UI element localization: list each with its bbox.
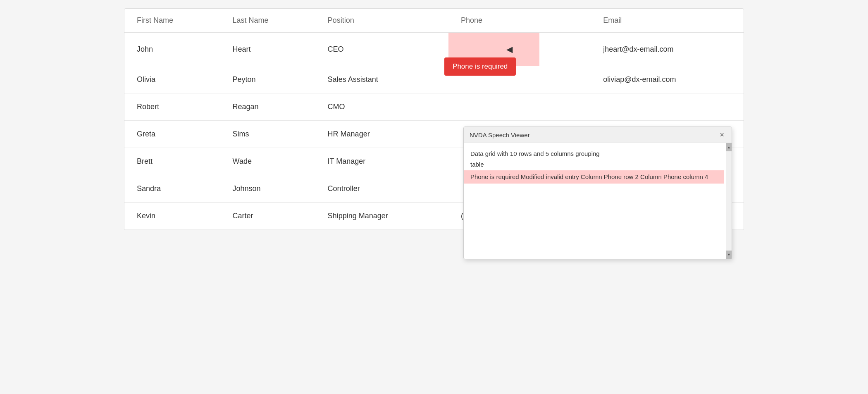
cell-email: jheart@dx-email.com [591, 33, 744, 66]
cell-firstname: Greta [124, 121, 220, 148]
cell-firstname: Sandra [124, 175, 220, 203]
cell-position: CEO [315, 33, 448, 66]
cell-firstname: John [124, 33, 220, 66]
cell-phone [448, 93, 591, 121]
table-header-row: First Name Last Name Position Phone Emai… [124, 9, 744, 33]
cell-firstname: Brett [124, 148, 220, 175]
cell-firstname: Robert [124, 93, 220, 121]
phone-cell-error: ◀ Phone is required [448, 33, 591, 66]
nvda-speech-viewer: NVDA Speech Viewer × Data grid with 10 r… [463, 127, 732, 259]
nvda-close-button[interactable]: × [718, 131, 726, 138]
cell-position: CMO [315, 93, 448, 121]
cell-lastname: Peyton [220, 66, 315, 93]
col-header-position: Position [315, 9, 448, 33]
cell-firstname: Kevin [124, 203, 220, 230]
cell-position: Sales Assistant [315, 66, 448, 93]
error-tooltip: Phone is required [444, 57, 516, 76]
nvda-content-area: Data grid with 10 rows and 5 columns gro… [464, 143, 726, 259]
nvda-text-line: Data grid with 10 rows and 5 columns gro… [470, 149, 718, 159]
cell-position: Controller [315, 175, 448, 203]
nvda-viewer-title: NVDA Speech Viewer [470, 131, 530, 138]
table-row: Olivia Peyton Sales Assistant oliviap@dx… [124, 66, 744, 93]
scroll-arrow-down[interactable]: ▼ [726, 251, 732, 259]
cell-lastname: Carter [220, 203, 315, 230]
nvda-scrollbar[interactable]: ▲ ▼ [726, 143, 732, 259]
col-header-email: Email [591, 9, 744, 33]
table-row: Robert Reagan CMO [124, 93, 744, 121]
cell-lastname: Reagan [220, 93, 315, 121]
cell-lastname: Wade [220, 148, 315, 175]
cell-position: Shipping Manager [315, 203, 448, 230]
nvda-titlebar: NVDA Speech Viewer × [464, 127, 732, 143]
cell-email: oliviap@dx-email.com [591, 66, 744, 93]
col-header-phone: Phone [448, 9, 591, 33]
main-container: First Name Last Name Position Phone Emai… [124, 8, 744, 230]
cell-position: IT Manager [315, 148, 448, 175]
col-header-lastname: Last Name [220, 9, 315, 33]
nvda-highlighted-line: Phone is required Modified invalid entry… [464, 170, 724, 184]
col-header-firstname: First Name [124, 9, 220, 33]
scroll-arrow-up[interactable]: ▲ [726, 143, 732, 151]
cell-position: HR Manager [315, 121, 448, 148]
cell-email [591, 93, 744, 121]
cell-lastname: Heart [220, 33, 315, 66]
cell-lastname: Sims [220, 121, 315, 148]
table-row: John Heart CEO ◀ Phone is required jhear… [124, 33, 744, 66]
nvda-text-line: table [470, 160, 718, 170]
cell-lastname: Johnson [220, 175, 315, 203]
cell-firstname: Olivia [124, 66, 220, 93]
